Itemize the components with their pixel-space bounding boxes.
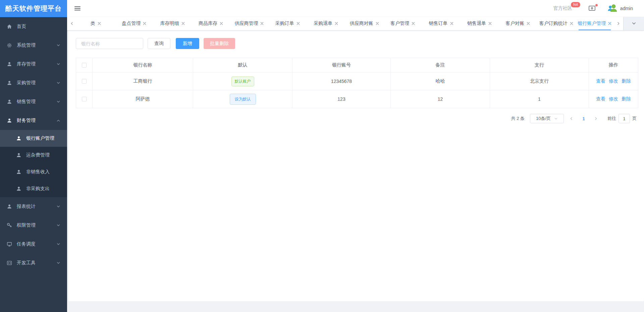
key-icon <box>7 223 12 228</box>
close-icon[interactable] <box>98 22 101 25</box>
tab-label: 银行账户管理 <box>578 20 606 27</box>
user-icon <box>16 186 21 191</box>
tabs-dropdown[interactable] <box>623 17 644 30</box>
query-button[interactable]: 查询 <box>148 38 170 49</box>
tab-3[interactable]: 商品库存 <box>192 17 230 30</box>
column-header: 银行账号 <box>292 58 391 73</box>
user-icon <box>16 136 21 141</box>
tab-label: 商品库存 <box>199 20 217 27</box>
sidebar-item-2[interactable]: 库存管理 <box>0 55 67 74</box>
user-icon <box>7 99 12 104</box>
sidebar-subitem-5-3[interactable]: 非采购支出 <box>0 180 67 197</box>
user-menu[interactable]: admin <box>607 3 633 13</box>
sidebar-subitem-5-1[interactable]: 运杂费管理 <box>0 147 67 164</box>
tab-4[interactable]: 供应商管理 <box>230 17 268 30</box>
sidebar-item-7[interactable]: 权限管理 <box>0 216 67 235</box>
sidebar-item-label: 任务调度 <box>17 241 56 247</box>
tab-7[interactable]: 供应商对账 <box>345 17 383 30</box>
close-icon[interactable] <box>527 22 530 25</box>
row-checkbox[interactable] <box>82 79 87 84</box>
cell-bank-name: 工商银行 <box>93 73 193 90</box>
next-page-icon[interactable] <box>591 117 601 121</box>
add-button[interactable]: 新增 <box>176 38 199 49</box>
page-size-select[interactable]: 10条/页 <box>530 114 564 123</box>
hamburger-menu-icon[interactable] <box>74 6 80 10</box>
view-link[interactable]: 查看 <box>596 96 605 101</box>
current-page[interactable]: 1 <box>579 116 589 121</box>
community-link[interactable]: 官方社区 hot <box>553 5 572 11</box>
edit-link[interactable]: 修改 <box>609 96 618 101</box>
tab-9[interactable]: 销售订单 <box>422 17 460 30</box>
close-icon[interactable] <box>608 22 611 25</box>
sidebar-subitem-label: 运杂费管理 <box>26 152 50 158</box>
sidebar-item-9[interactable]: 开发工具 <box>0 254 67 272</box>
close-icon[interactable] <box>143 22 146 25</box>
row-checkbox[interactable] <box>82 97 87 101</box>
batch-delete-button[interactable]: 批量删除 <box>204 38 235 49</box>
sidebar-item-label: 销售管理 <box>17 99 56 105</box>
close-icon[interactable] <box>220 22 223 25</box>
sidebar-subitem-label: 银行账户管理 <box>26 135 54 141</box>
select-all-checkbox[interactable] <box>82 63 87 68</box>
edit-link[interactable]: 修改 <box>609 78 618 84</box>
control-panel-icon[interactable] <box>588 5 596 12</box>
cell-bank-name: 阿萨德 <box>93 90 193 108</box>
tabs-scroll-right-icon[interactable] <box>614 17 623 30</box>
sidebar-item-8[interactable]: 任务调度 <box>0 235 67 254</box>
tab-12[interactable]: 客户订购统计 <box>537 17 575 30</box>
close-icon[interactable] <box>450 22 453 25</box>
topbar-right: 官方社区 hot admin <box>553 3 633 13</box>
prev-page-icon[interactable] <box>566 117 577 121</box>
total-count: 共 2 条 <box>511 116 525 122</box>
sidebar-subitem-5-0[interactable]: 银行账户管理 <box>0 130 67 147</box>
close-icon[interactable] <box>297 22 300 25</box>
tab-8[interactable]: 客户管理 <box>383 17 422 30</box>
content: 查询 新增 批量删除 银行名称默认银行账号备注支行操作 工商银行默认账户1234… <box>67 31 644 312</box>
goto-page-input[interactable] <box>619 114 630 123</box>
set-default-button[interactable]: 设为默认 <box>230 94 256 105</box>
tab-5[interactable]: 采购订单 <box>268 17 307 30</box>
close-icon[interactable] <box>181 22 185 25</box>
close-icon[interactable] <box>376 22 379 25</box>
sidebar-item-5[interactable]: 财务管理 <box>0 111 67 130</box>
sidebar-subitem-5-2[interactable]: 非销售收入 <box>0 164 67 180</box>
code-icon <box>7 260 12 266</box>
sidebar-item-1[interactable]: 系统管理 <box>0 36 67 55</box>
tab-label: 采购退单 <box>314 20 332 27</box>
delete-link[interactable]: 删除 <box>622 78 631 84</box>
submenu: 银行账户管理运杂费管理非销售收入非采购支出 <box>0 130 67 197</box>
tab-6[interactable]: 采购退单 <box>307 17 345 30</box>
sidebar-item-4[interactable]: 销售管理 <box>0 92 67 111</box>
tab-13[interactable]: 银行账户管理 <box>575 17 613 30</box>
tab-2[interactable]: 库存明细 <box>153 17 192 30</box>
delete-link[interactable]: 删除 <box>622 96 631 101</box>
tabs-scroll-left-icon[interactable] <box>67 17 76 30</box>
tab-label: 盘点管理 <box>122 20 141 27</box>
close-icon[interactable] <box>260 22 264 25</box>
tab-label: 客户管理 <box>390 20 409 27</box>
tab-label: 库存明细 <box>160 20 179 27</box>
user-icon <box>7 80 12 86</box>
close-icon[interactable] <box>412 22 415 25</box>
sidebar-item-6[interactable]: 报表统计 <box>0 197 67 216</box>
tab-11[interactable]: 客户对账 <box>499 17 537 30</box>
username: admin <box>620 6 633 11</box>
page-suffix: 页 <box>632 116 637 122</box>
toolbar: 查询 新增 批量删除 <box>76 38 637 49</box>
tab-label: 供应商对账 <box>350 20 373 27</box>
close-icon[interactable] <box>488 22 492 25</box>
tab-1[interactable]: 盘点管理 <box>115 17 153 30</box>
sidebar-item-3[interactable]: 采购管理 <box>0 74 67 92</box>
tab-10[interactable]: 销售退单 <box>460 17 498 30</box>
chevron-down-icon <box>56 62 60 66</box>
bank-accounts-table: 银行名称默认银行账号备注支行操作 工商银行默认账户12345678哈哈北京支行查… <box>76 58 638 108</box>
view-link[interactable]: 查看 <box>596 78 605 84</box>
chevron-down-icon <box>56 81 60 85</box>
close-icon[interactable] <box>335 22 338 25</box>
tab-0[interactable]: 类 <box>76 17 115 30</box>
bank-name-input[interactable] <box>76 38 143 49</box>
sidebar-item-label: 库存管理 <box>17 61 56 67</box>
close-icon[interactable] <box>570 22 573 25</box>
sidebar-item-label: 开发工具 <box>17 260 56 266</box>
sidebar-item-0[interactable]: 首页 <box>0 17 67 36</box>
